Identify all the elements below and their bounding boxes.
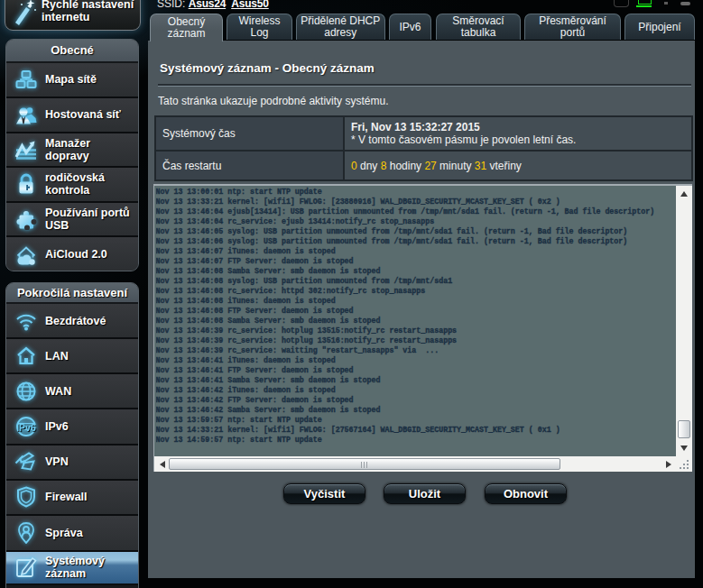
svg-text:IPv6: IPv6 xyxy=(16,421,36,432)
